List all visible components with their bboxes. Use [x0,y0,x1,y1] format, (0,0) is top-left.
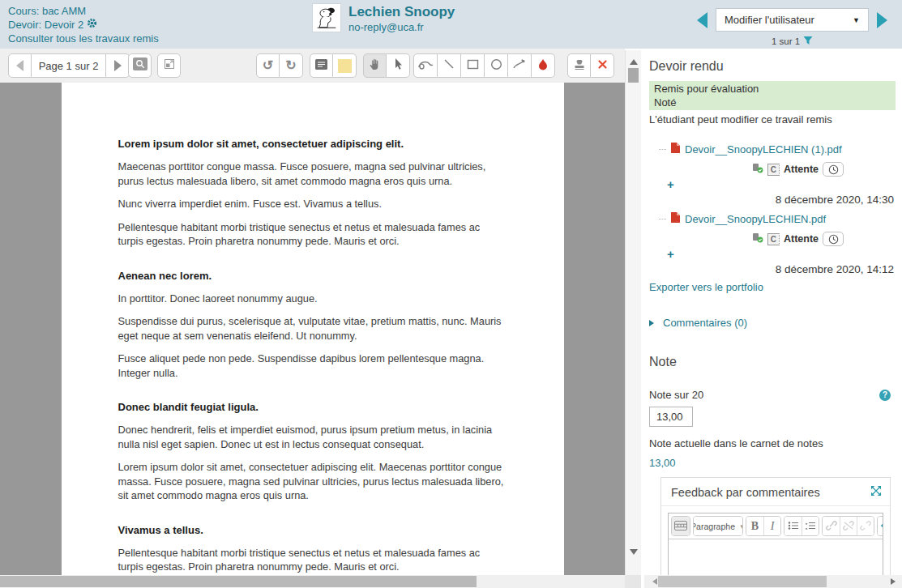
italic-button[interactable]: I [763,517,780,536]
unlink-button[interactable] [840,517,857,536]
course-link[interactable]: Cours: bac AMM [8,4,86,18]
expand-view-button[interactable] [157,53,181,78]
unlink-icon [843,521,854,533]
gradebook-value: 13,00 [649,457,896,469]
help-icon[interactable]: ? [879,390,891,401]
expand-plagiarism-button[interactable]: + [667,177,674,191]
submission-status: Remis pour évaluation Noté [649,81,896,110]
scroll-left-arrow[interactable] [649,578,657,585]
doc-paragraph: Pellentesque habitant morbi tristique se… [118,220,506,249]
comments-toggle-link[interactable]: Commentaires (0) [663,317,747,329]
bullet-list-icon [788,521,799,533]
document-vertical-scrollbar[interactable] [625,50,641,575]
keyboard-grid-icon [674,521,687,533]
red-drop-icon [538,58,548,74]
pending-clock-icon [823,232,844,246]
link-button[interactable] [823,517,840,536]
pdf-file-icon [670,142,681,156]
paragraph-style-select[interactable]: Paragraphe ▼ [694,517,742,536]
pan-tool-button[interactable] [363,53,387,78]
highlight-tool-button[interactable] [508,53,532,78]
comment-color-button[interactable] [333,53,357,78]
vertical-scroll-thumb[interactable] [628,68,639,83]
next-page-button[interactable] [106,53,130,78]
user-action-select[interactable]: Modifier l'utilisateur ▼ [716,8,869,32]
doc-heading: Donec blandit feugiat ligula. [118,401,506,413]
comment-tool-button[interactable] [310,53,333,78]
doc-paragraph: Donec hendrerit, felis et imperdiet euis… [118,423,506,451]
scroll-up-arrow[interactable] [630,55,638,65]
filter-icon[interactable] [803,36,813,47]
pending-clock-icon [823,162,844,177]
scroll-right-arrow[interactable] [891,578,899,585]
user-count: 1 sur 1 [772,36,800,46]
numbered-list-button[interactable] [802,517,819,536]
link-icon [826,521,837,533]
gear-icon[interactable] [87,18,97,32]
panel-horizontal-scrollbar[interactable] [644,575,902,588]
tree-connector [659,149,666,150]
fullscreen-expand-icon[interactable] [870,485,882,499]
feedback-editor: Paragraphe ▼ B I [668,513,883,575]
html-source-button[interactable] [878,517,883,536]
cursor-icon [393,58,404,74]
compilatio-icon[interactable]: C [767,164,780,176]
doc-paragraph: In porttitor. Donec laoreet nonummy augu… [118,292,506,306]
plagiarism-status: Attente [784,164,819,175]
feedback-section: Feedback par commentaires Paragraphe [660,477,891,575]
assignment-link[interactable]: Devoir: Devoir 2 [8,18,83,32]
rotate-right-icon: ↻ [285,59,296,72]
pen-tool-button[interactable] [413,53,438,78]
feedback-title: Feedback par commentaires [671,486,820,499]
submission-file-link[interactable]: Devoir__SnoopyLECHIEN (1).pdf [685,143,842,156]
student-avatar [312,3,341,32]
bold-button[interactable]: B [746,517,763,536]
rotate-left-button[interactable]: ↺ [256,53,280,78]
previous-page-button[interactable] [8,53,32,78]
horizontal-scroll-thumb[interactable] [0,576,477,587]
circle-icon [490,58,502,74]
chevron-down-icon: ▼ [739,523,743,530]
delete-annotation-button[interactable] [591,53,614,78]
compilatio-icon[interactable]: C [767,233,780,245]
feedback-text-area[interactable] [669,539,883,575]
doc-paragraph: Lorem ipsum dolor sit amet, consectetuer… [118,460,506,503]
previous-user-button[interactable] [697,12,707,28]
doc-heading: Vivamus a tellus. [118,524,506,536]
view-all-submissions-link[interactable]: Consulter tous les travaux remis [8,32,159,45]
expand-triangle-icon [649,320,657,326]
grade-input[interactable] [649,407,693,427]
stamp-icon [573,58,586,74]
bullet-list-button[interactable] [784,517,802,536]
autolink-button[interactable] [857,517,874,536]
scrollbar-corner [625,575,641,588]
circle-tool-button[interactable] [485,53,508,78]
line-tool-button[interactable] [438,53,461,78]
document-horizontal-scrollbar[interactable] [0,575,625,588]
numbered-list-icon [805,521,816,533]
doc-paragraph: Nunc viverra imperdiet enim. Fusce est. … [118,197,506,211]
select-tool-button[interactable] [387,53,410,78]
grade-out-of-label: Note sur 20 [649,389,703,401]
rotate-right-button[interactable]: ↻ [280,53,303,78]
pdf-viewer[interactable]: Lorem ipsum dolor sit amet, consectetuer… [0,83,625,575]
student-email: no-reply@uca.fr [348,21,455,33]
rectangle-tool-button[interactable] [461,53,485,78]
tree-connector [659,219,666,219]
doc-paragraph: Suspendisse dui purus, scelerisque at, v… [118,314,506,343]
next-user-button[interactable] [877,12,887,28]
expand-plagiarism-button[interactable]: + [667,247,674,261]
annotation-color-button[interactable] [532,53,555,78]
toolbar-toggle-button[interactable] [672,517,690,536]
file-date: 8 décembre 2020, 14:12 [659,263,894,275]
gradebook-label: Note actuelle dans le carnet de notes [649,437,896,450]
stamp-tool-button[interactable] [567,53,591,78]
panel-scroll-thumb[interactable] [658,576,827,587]
submission-file-link[interactable]: Devoir__SnoopyLECHIEN.pdf [685,213,826,225]
scroll-down-arrow[interactable] [630,549,638,559]
file-entry: Devoir__SnoopyLECHIEN.pdf C Attente + 8 … [659,211,896,275]
next-page-icon [114,60,122,71]
search-comments-button[interactable] [128,53,152,78]
export-portfolio-link[interactable]: Exporter vers le portfolio [649,281,763,293]
file-date: 8 décembre 2020, 14:30 [659,194,894,206]
